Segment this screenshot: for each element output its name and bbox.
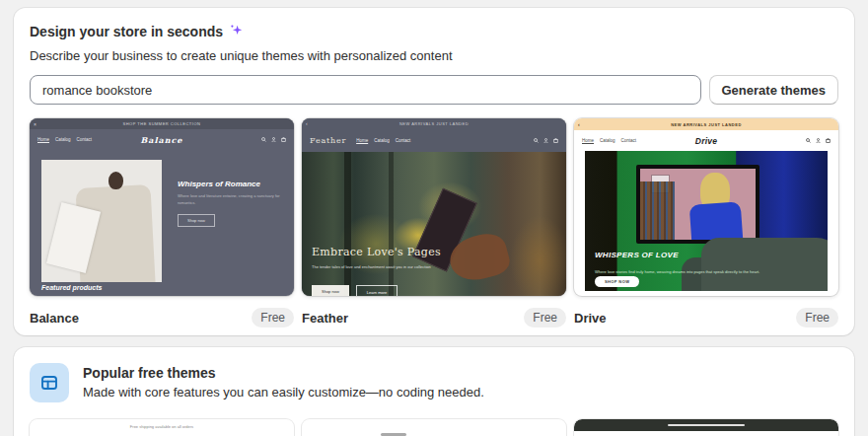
popular-header: Popular free themes Made with core featu… [30,363,838,402]
account-icon [543,138,548,143]
balance-header: Home Catalog Contact Balance [30,129,294,150]
drive-hero-title: WHISPERS OF LOVE [595,251,679,259]
balance-hero-body: Where love and literature entwine, creat… [178,193,286,207]
cart-icon [826,138,831,143]
carousel-left-arrow-icon: ‹ [578,121,580,127]
theme-preview-balance[interactable]: × SHOP THE SUMMER COLLECTION Home Catalo… [30,118,294,296]
balance-hero-image [41,160,162,282]
cart-icon [553,138,558,143]
sofa-shape [701,238,828,291]
feather-secondary-button: Learn more [356,285,398,296]
theme-generator-card: Design your store in seconds Describe yo… [14,8,854,335]
account-icon [816,138,821,143]
sparkle-icon [230,24,243,39]
popular-theme-preview-1[interactable]: Free shipping available on all orders [30,419,294,436]
search-icon [534,138,539,143]
section-title-row: Design your store in seconds [30,24,838,39]
popular-theme-preview-2[interactable] [302,419,566,436]
balance-hero-title: Whispers of Romance [178,180,286,188]
feather-header-icons [534,138,558,143]
drive-hero-body: Where love stories find truly home, weav… [595,269,808,276]
feather-nav: Home Catalog Contact [356,138,410,143]
theme-name-drive: Drive [574,311,607,326]
theme-preview-drive[interactable]: ‹ NEW ARRIVALS JUST LANDED Home Catalog … [574,118,838,296]
carousel-left-arrow-icon: ‹ [306,120,308,126]
popular-subtitle: Made with core features you can easily c… [83,385,484,400]
popular-header-text: Popular free themes Made with core featu… [83,363,484,400]
generate-themes-button[interactable]: Generate themes [709,75,839,105]
tv-shape [636,165,760,244]
balance-featured-products-heading: Featured products [41,284,102,291]
feather-hero-title: Embrace Love's Pages [312,246,441,258]
feather-hero-image: Embrace Love's Pages The tender tales of… [302,152,566,296]
popular-theme-preview-3[interactable] [574,419,838,436]
free-badge: Free [252,308,294,327]
cart-icon [281,137,286,142]
drive-hero-image: WHISPERS OF LOVE Where love stories find… [585,151,828,291]
preview-announcement-bar [574,419,838,431]
feather-hero-body: The tender tales of love and enchantment… [312,264,502,269]
theme-preview-feather[interactable]: ‹ NEW ARRIVALS JUST LANDED Feather Home … [302,118,566,296]
balance-hero-text: Whispers of Romance Where love and liter… [178,180,286,227]
generator-title: Design your store in seconds [30,24,223,39]
drive-announcement-bar: ‹ NEW ARRIVALS JUST LANDED [574,118,838,130]
theme-name-cell: Feather Free [302,308,566,327]
feather-header: Feather Home Catalog Contact [302,128,566,152]
feather-logo: Feather [310,136,346,145]
theme-name-cell: Drive Free [574,308,838,327]
balance-announcement-bar: × SHOP THE SUMMER COLLECTION [30,118,294,129]
drive-nav: Home Catalog Contact [582,138,636,143]
search-icon [261,137,266,142]
popular-free-themes-card: Popular free themes Made with core featu… [14,347,854,436]
account-icon [271,137,276,142]
popular-previews-row: Free shipping available on all orders [30,419,838,436]
free-badge: Free [524,308,566,327]
theme-name-feather: Feather [302,311,348,326]
generated-themes-row: × SHOP THE SUMMER COLLECTION Home Catalo… [30,118,838,296]
feather-shop-now-button: Shop now [312,285,349,296]
theme-names-row: Balance Free Feather Free Drive Free [30,308,838,327]
drive-header: Home Catalog Contact Drive [574,130,838,151]
generator-input-row: Generate themes [30,75,838,105]
balance-shop-now-button: Shop now [178,214,215,227]
free-badge: Free [796,308,838,327]
preview-announcement-text: Free shipping available on all orders [30,419,294,429]
themes-icon [30,363,69,402]
theme-name-balance: Balance [30,311,79,326]
balance-header-icons [261,137,286,142]
carousel-left-arrow-icon: × [34,121,36,127]
drive-header-icons [806,138,831,143]
search-icon [806,138,811,143]
generator-subtitle: Describe your business to create unique … [30,48,838,63]
feather-announcement-bar: ‹ NEW ARRIVALS JUST LANDED [302,118,566,128]
drive-shop-now-button: SHOP NOW [595,276,639,287]
popular-title: Popular free themes [83,365,484,381]
business-description-input[interactable] [30,75,701,105]
blurred-announcement-text [668,424,745,427]
theme-name-cell: Balance Free [30,308,294,327]
balance-nav: Home Catalog Contact [37,137,92,142]
